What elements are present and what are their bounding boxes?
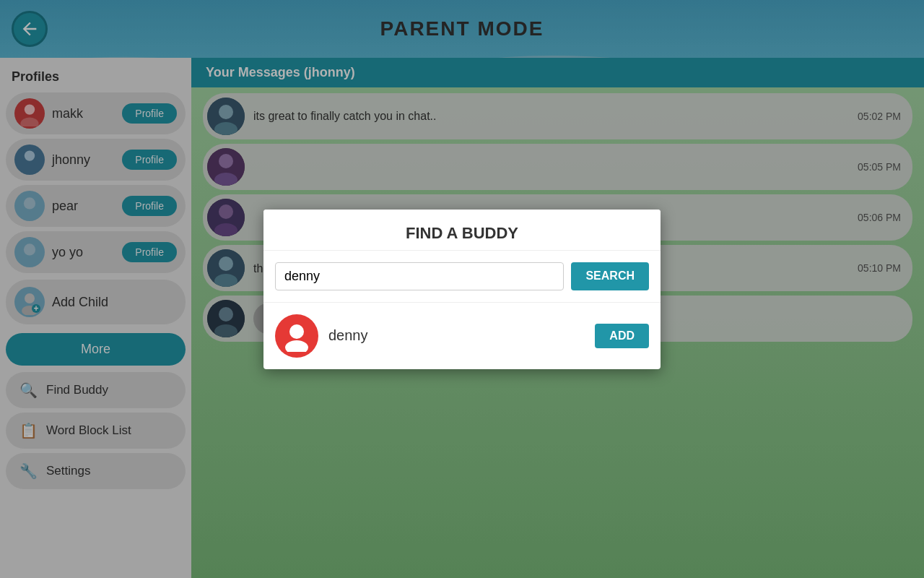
modal-result-row: denny ADD (263, 303, 661, 369)
buddy-search-input[interactable] (275, 262, 564, 290)
modal-search-row: SEARCH (263, 251, 661, 303)
result-name: denny (328, 327, 585, 344)
add-buddy-button[interactable]: ADD (595, 324, 649, 348)
result-avatar (275, 314, 318, 358)
modal-overlay: FIND A BUDDY SEARCH denny ADD (0, 0, 924, 578)
find-buddy-modal: FIND A BUDDY SEARCH denny ADD (263, 210, 661, 369)
svg-point-27 (289, 324, 304, 339)
search-button[interactable]: SEARCH (571, 262, 649, 290)
svg-point-28 (285, 340, 308, 352)
modal-title: FIND A BUDDY (263, 210, 661, 251)
